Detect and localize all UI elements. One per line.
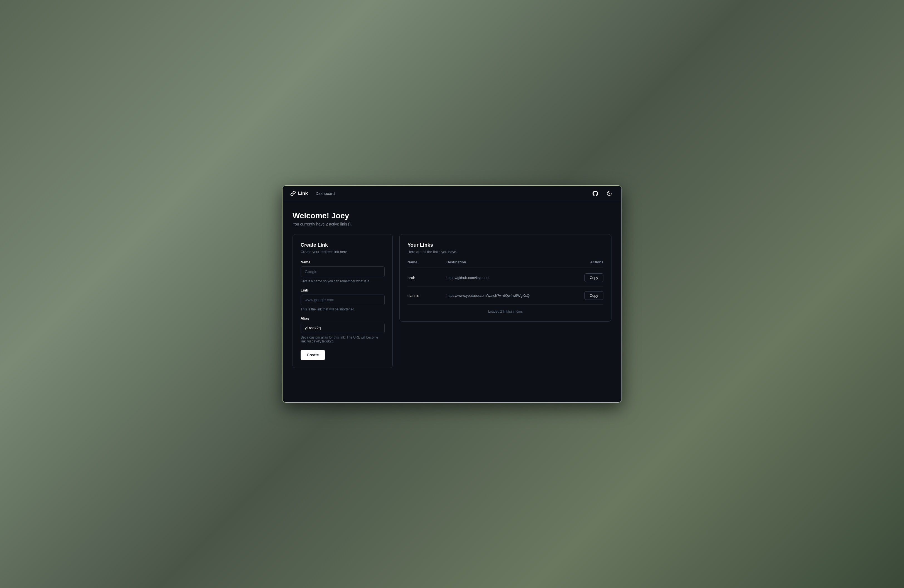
create-link-panel: Create Link Create your redirect link he… — [292, 234, 393, 368]
col-header-actions: Actions — [570, 260, 604, 264]
table-header: Name Destination Actions — [408, 260, 604, 268]
link-input[interactable] — [300, 294, 385, 305]
theme-toggle-button[interactable] — [605, 189, 614, 198]
create-button[interactable]: Create — [300, 350, 325, 360]
logo: Link — [290, 191, 308, 196]
welcome-subtitle: You currently have 2 active link(s). — [292, 222, 612, 226]
alias-hint: Set a custom alias for this link. The UR… — [300, 335, 385, 343]
github-icon — [593, 191, 598, 196]
row-1-actions: Copy — [570, 273, 604, 282]
moon-icon — [607, 191, 612, 196]
links-panel-subtitle: Here are all the links you have. — [408, 250, 604, 254]
row-2-actions: Copy — [570, 291, 604, 300]
link-label: Link — [300, 288, 385, 292]
col-header-name: Name — [408, 260, 446, 264]
table-row: bruh https://github.com/itsjoeoui Copy — [408, 269, 604, 287]
name-label: Name — [300, 260, 385, 264]
nav-dashboard[interactable]: Dashboard — [316, 191, 335, 196]
app-window: Link Dashboard Welcome! Joey You — [282, 185, 622, 403]
name-input[interactable] — [300, 266, 385, 277]
row-2-destination: https://www.youtube.com/watch?v=dQw4w9Wg… — [446, 294, 570, 298]
col-header-destination: Destination — [446, 260, 570, 264]
alias-label: Alias — [300, 316, 385, 321]
link-hint: This is the link that will be shortened. — [300, 307, 385, 311]
panels: Create Link Create your redirect link he… — [292, 234, 612, 368]
welcome-title: Welcome! Joey — [292, 211, 612, 220]
row-1-name: bruh — [408, 276, 446, 280]
row-2-copy-button[interactable]: Copy — [585, 291, 604, 300]
table-footer: Loaded 2 link(s) in 6ms — [408, 305, 604, 313]
create-panel-title: Create Link — [300, 242, 385, 248]
links-panel: Your Links Here are all the links you ha… — [400, 234, 612, 322]
links-panel-title: Your Links — [408, 242, 604, 248]
github-button[interactable] — [591, 189, 600, 198]
row-2-name: classic — [408, 294, 446, 298]
link-icon — [290, 191, 296, 196]
table-row: classic https://www.youtube.com/watch?v=… — [408, 287, 604, 305]
create-panel-subtitle: Create your redirect link here. — [300, 250, 385, 254]
row-1-destination: https://github.com/itsjoeoui — [446, 276, 570, 280]
logo-label: Link — [298, 191, 308, 196]
alias-input[interactable] — [300, 322, 385, 333]
main-content: Welcome! Joey You currently have 2 activ… — [283, 201, 621, 402]
nav-icons — [591, 189, 614, 198]
links-table: Name Destination Actions bruh https://gi… — [408, 260, 604, 313]
name-hint: Give it a name so you can remember what … — [300, 279, 385, 283]
row-1-copy-button[interactable]: Copy — [585, 273, 604, 282]
navbar: Link Dashboard — [283, 186, 621, 201]
